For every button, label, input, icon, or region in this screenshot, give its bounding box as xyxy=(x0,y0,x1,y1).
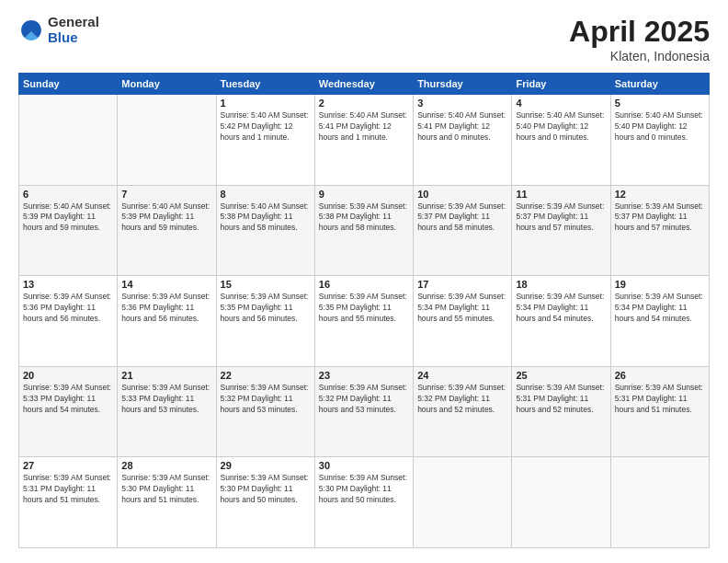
day-info: Sunrise: 5:40 AM Sunset: 5:41 PM Dayligh… xyxy=(417,110,507,144)
logo-icon xyxy=(18,17,44,43)
day-number: 3 xyxy=(417,98,507,109)
table-row: 14Sunrise: 5:39 AM Sunset: 5:36 PM Dayli… xyxy=(118,276,216,367)
table-row: 16Sunrise: 5:39 AM Sunset: 5:35 PM Dayli… xyxy=(314,276,413,367)
logo-blue-text: Blue xyxy=(48,30,99,46)
page: General Blue April 2025 Klaten, Indonesi… xyxy=(0,0,728,563)
day-number: 22 xyxy=(221,370,311,381)
day-info: Sunrise: 5:39 AM Sunset: 5:30 PM Dayligh… xyxy=(221,473,311,506)
col-wednesday: Wednesday xyxy=(314,74,413,95)
day-number: 19 xyxy=(615,279,705,290)
table-row: 4Sunrise: 5:40 AM Sunset: 5:40 PM Daylig… xyxy=(512,95,610,186)
day-info: Sunrise: 5:39 AM Sunset: 5:35 PM Dayligh… xyxy=(319,292,409,325)
day-number: 27 xyxy=(23,460,113,471)
table-row: 30Sunrise: 5:39 AM Sunset: 5:30 PM Dayli… xyxy=(314,457,413,548)
day-number: 15 xyxy=(221,279,311,290)
day-info: Sunrise: 5:39 AM Sunset: 5:32 PM Dayligh… xyxy=(221,383,311,416)
title-month: April 2025 xyxy=(569,15,710,49)
logo-general-text: General xyxy=(48,15,99,30)
day-info: Sunrise: 5:40 AM Sunset: 5:39 PM Dayligh… xyxy=(23,201,113,235)
table-row xyxy=(512,457,610,548)
table-row: 3Sunrise: 5:40 AM Sunset: 5:41 PM Daylig… xyxy=(414,95,512,186)
day-info: Sunrise: 5:39 AM Sunset: 5:33 PM Dayligh… xyxy=(121,383,211,416)
col-tuesday: Tuesday xyxy=(216,74,314,95)
title-location: Klaten, Indonesia xyxy=(569,49,710,63)
day-number: 18 xyxy=(516,279,606,290)
logo-text: General Blue xyxy=(48,15,99,45)
day-info: Sunrise: 5:39 AM Sunset: 5:34 PM Dayligh… xyxy=(417,292,507,325)
day-info: Sunrise: 5:39 AM Sunset: 5:34 PM Dayligh… xyxy=(615,292,705,325)
day-number: 4 xyxy=(516,98,606,109)
table-row xyxy=(414,457,512,548)
day-info: Sunrise: 5:39 AM Sunset: 5:37 PM Dayligh… xyxy=(417,201,507,235)
day-number: 2 xyxy=(319,98,409,109)
day-info: Sunrise: 5:40 AM Sunset: 5:40 PM Dayligh… xyxy=(516,110,606,144)
table-row: 13Sunrise: 5:39 AM Sunset: 5:36 PM Dayli… xyxy=(19,276,118,367)
day-info: Sunrise: 5:39 AM Sunset: 5:31 PM Dayligh… xyxy=(23,473,113,506)
day-info: Sunrise: 5:39 AM Sunset: 5:36 PM Dayligh… xyxy=(121,292,211,325)
day-info: Sunrise: 5:40 AM Sunset: 5:42 PM Dayligh… xyxy=(221,110,311,144)
table-row: 18Sunrise: 5:39 AM Sunset: 5:34 PM Dayli… xyxy=(512,276,610,367)
table-row: 21Sunrise: 5:39 AM Sunset: 5:33 PM Dayli… xyxy=(118,366,216,457)
table-row: 29Sunrise: 5:39 AM Sunset: 5:30 PM Dayli… xyxy=(216,457,314,548)
table-row: 9Sunrise: 5:39 AM Sunset: 5:38 PM Daylig… xyxy=(314,185,413,276)
calendar-week-row: 13Sunrise: 5:39 AM Sunset: 5:36 PM Dayli… xyxy=(19,276,710,367)
col-monday: Monday xyxy=(118,74,216,95)
table-row: 19Sunrise: 5:39 AM Sunset: 5:34 PM Dayli… xyxy=(610,276,709,367)
calendar-week-row: 1Sunrise: 5:40 AM Sunset: 5:42 PM Daylig… xyxy=(19,95,710,186)
day-number: 14 xyxy=(121,279,211,290)
table-row: 25Sunrise: 5:39 AM Sunset: 5:31 PM Dayli… xyxy=(512,366,610,457)
col-saturday: Saturday xyxy=(610,74,709,95)
day-info: Sunrise: 5:39 AM Sunset: 5:38 PM Dayligh… xyxy=(319,201,409,235)
col-thursday: Thursday xyxy=(414,74,512,95)
day-info: Sunrise: 5:40 AM Sunset: 5:41 PM Dayligh… xyxy=(319,110,409,144)
day-number: 5 xyxy=(615,98,705,109)
calendar-week-row: 6Sunrise: 5:40 AM Sunset: 5:39 PM Daylig… xyxy=(19,185,710,276)
day-info: Sunrise: 5:40 AM Sunset: 5:39 PM Dayligh… xyxy=(121,201,211,235)
day-number: 20 xyxy=(23,370,113,381)
day-info: Sunrise: 5:39 AM Sunset: 5:36 PM Dayligh… xyxy=(23,292,113,325)
day-number: 24 xyxy=(417,370,507,381)
table-row: 23Sunrise: 5:39 AM Sunset: 5:32 PM Dayli… xyxy=(314,366,413,457)
day-number: 16 xyxy=(319,279,409,290)
table-row: 28Sunrise: 5:39 AM Sunset: 5:30 PM Dayli… xyxy=(118,457,216,548)
day-number: 17 xyxy=(417,279,507,290)
day-info: Sunrise: 5:39 AM Sunset: 5:33 PM Dayligh… xyxy=(23,383,113,416)
header: General Blue April 2025 Klaten, Indonesi… xyxy=(18,15,710,63)
table-row: 5Sunrise: 5:40 AM Sunset: 5:40 PM Daylig… xyxy=(610,95,709,186)
day-number: 29 xyxy=(221,460,311,471)
day-info: Sunrise: 5:39 AM Sunset: 5:37 PM Dayligh… xyxy=(516,201,606,235)
day-number: 25 xyxy=(516,370,606,381)
table-row: 20Sunrise: 5:39 AM Sunset: 5:33 PM Dayli… xyxy=(19,366,118,457)
table-row xyxy=(610,457,709,548)
table-row xyxy=(19,95,118,186)
day-number: 8 xyxy=(221,189,311,200)
calendar-week-row: 20Sunrise: 5:39 AM Sunset: 5:33 PM Dayli… xyxy=(19,366,710,457)
col-friday: Friday xyxy=(512,74,610,95)
table-row: 2Sunrise: 5:40 AM Sunset: 5:41 PM Daylig… xyxy=(314,95,413,186)
table-row: 24Sunrise: 5:39 AM Sunset: 5:32 PM Dayli… xyxy=(414,366,512,457)
table-row: 6Sunrise: 5:40 AM Sunset: 5:39 PM Daylig… xyxy=(19,185,118,276)
day-number: 28 xyxy=(121,460,211,471)
table-row: 1Sunrise: 5:40 AM Sunset: 5:42 PM Daylig… xyxy=(216,95,314,186)
calendar-week-row: 27Sunrise: 5:39 AM Sunset: 5:31 PM Dayli… xyxy=(19,457,710,548)
day-info: Sunrise: 5:39 AM Sunset: 5:31 PM Dayligh… xyxy=(615,383,705,416)
col-sunday: Sunday xyxy=(19,74,118,95)
day-number: 21 xyxy=(121,370,211,381)
table-row: 7Sunrise: 5:40 AM Sunset: 5:39 PM Daylig… xyxy=(118,185,216,276)
calendar-header-row: Sunday Monday Tuesday Wednesday Thursday… xyxy=(19,74,710,95)
day-info: Sunrise: 5:39 AM Sunset: 5:30 PM Dayligh… xyxy=(121,473,211,506)
day-info: Sunrise: 5:39 AM Sunset: 5:37 PM Dayligh… xyxy=(615,201,705,235)
table-row: 11Sunrise: 5:39 AM Sunset: 5:37 PM Dayli… xyxy=(512,185,610,276)
day-info: Sunrise: 5:39 AM Sunset: 5:35 PM Dayligh… xyxy=(221,292,311,325)
table-row: 22Sunrise: 5:39 AM Sunset: 5:32 PM Dayli… xyxy=(216,366,314,457)
day-number: 10 xyxy=(417,189,507,200)
table-row: 12Sunrise: 5:39 AM Sunset: 5:37 PM Dayli… xyxy=(610,185,709,276)
table-row: 26Sunrise: 5:39 AM Sunset: 5:31 PM Dayli… xyxy=(610,366,709,457)
title-block: April 2025 Klaten, Indonesia xyxy=(569,15,710,63)
logo: General Blue xyxy=(18,15,99,45)
table-row: 27Sunrise: 5:39 AM Sunset: 5:31 PM Dayli… xyxy=(19,457,118,548)
day-number: 7 xyxy=(121,189,211,200)
day-info: Sunrise: 5:39 AM Sunset: 5:32 PM Dayligh… xyxy=(417,383,507,416)
table-row: 10Sunrise: 5:39 AM Sunset: 5:37 PM Dayli… xyxy=(414,185,512,276)
table-row: 17Sunrise: 5:39 AM Sunset: 5:34 PM Dayli… xyxy=(414,276,512,367)
